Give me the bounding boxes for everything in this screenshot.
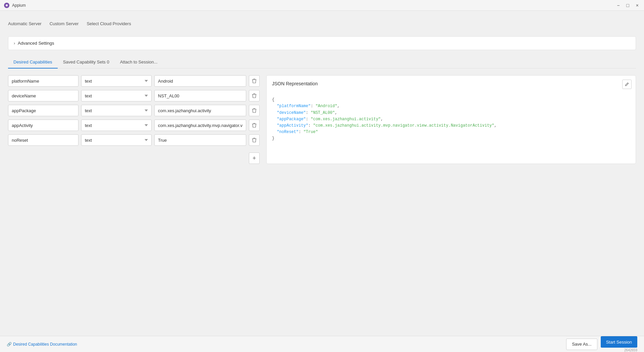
titlebar-left: Appium bbox=[4, 3, 26, 8]
app-logo bbox=[4, 3, 9, 8]
docs-link[interactable]: 🔗 Desired Capabilities Documentation bbox=[7, 342, 77, 347]
capabilities-area: text boolean number object list text bbox=[8, 75, 636, 164]
add-capability-button[interactable]: + bbox=[249, 152, 260, 164]
table-row: text boolean number object list bbox=[8, 90, 260, 101]
tab-cloud-providers[interactable]: Select Cloud Providers bbox=[87, 21, 131, 30]
delete-capability-button[interactable] bbox=[249, 120, 260, 131]
app-title: Appium bbox=[12, 3, 26, 8]
delete-icon bbox=[252, 93, 257, 98]
link-icon: 🔗 bbox=[7, 342, 12, 347]
server-tabs: Automatic Server Custom Server Select Cl… bbox=[0, 11, 644, 30]
add-row-wrapper: + bbox=[8, 149, 260, 164]
table-row: text boolean number object list bbox=[8, 120, 260, 131]
capability-value-input[interactable] bbox=[154, 134, 246, 146]
delete-icon bbox=[252, 137, 257, 143]
json-content: { "platformName": "Android", "deviceName… bbox=[272, 90, 630, 148]
minimize-button[interactable]: − bbox=[615, 2, 621, 8]
json-panel: JSON Representation { "platformName": "A… bbox=[266, 75, 636, 164]
table-row: text boolean number object list bbox=[8, 105, 260, 116]
start-session-wrapper: Start Session 2642659 bbox=[601, 336, 637, 352]
close-button[interactable]: × bbox=[635, 2, 640, 8]
titlebar: Appium − □ × bbox=[0, 0, 644, 11]
session-id: 2642659 bbox=[624, 348, 637, 352]
json-edit-button[interactable] bbox=[622, 80, 632, 89]
advanced-settings-toggle[interactable]: › Advanced Settings bbox=[8, 36, 636, 50]
tab-custom-server[interactable]: Custom Server bbox=[50, 21, 79, 30]
tab-desired-capabilities[interactable]: Desired Capabilities bbox=[8, 57, 58, 69]
docs-link-label: Desired Capabilities Documentation bbox=[13, 342, 77, 347]
capability-type-select[interactable]: text boolean number object list bbox=[81, 120, 152, 131]
window-controls: − □ × bbox=[615, 2, 640, 8]
capability-value-input[interactable] bbox=[154, 120, 246, 131]
advanced-settings-arrow-icon: › bbox=[14, 41, 15, 46]
svg-point-0 bbox=[6, 4, 8, 6]
capability-name-input[interactable] bbox=[8, 75, 78, 87]
delete-capability-button[interactable] bbox=[249, 75, 260, 87]
bottom-right-actions: Save As... Start Session 2642659 bbox=[566, 336, 637, 352]
table-row: text boolean number object list bbox=[8, 134, 260, 146]
capability-tabs: Desired Capabilities Saved Capability Se… bbox=[8, 57, 636, 69]
capability-value-input[interactable] bbox=[154, 90, 246, 101]
delete-capability-button[interactable] bbox=[249, 134, 260, 146]
capability-type-select[interactable]: text boolean number object list bbox=[81, 75, 152, 87]
delete-capability-button[interactable] bbox=[249, 90, 260, 101]
capability-name-input[interactable] bbox=[8, 134, 78, 146]
capability-type-select[interactable]: text boolean number object list bbox=[81, 90, 152, 101]
edit-icon bbox=[625, 82, 629, 86]
delete-capability-button[interactable] bbox=[249, 105, 260, 116]
tab-saved-capability-sets[interactable]: Saved Capability Sets 0 bbox=[58, 57, 115, 69]
delete-icon bbox=[252, 123, 257, 128]
bottom-bar: 🔗 Desired Capabilities Documentation Sav… bbox=[0, 336, 644, 352]
capability-name-input[interactable] bbox=[8, 120, 78, 131]
delete-icon bbox=[252, 108, 257, 113]
start-session-button[interactable]: Start Session bbox=[601, 336, 637, 348]
json-panel-title: JSON Representation bbox=[272, 81, 630, 86]
capability-value-input[interactable] bbox=[154, 105, 246, 116]
delete-icon bbox=[252, 78, 257, 84]
capability-type-select[interactable]: text boolean number object list bbox=[81, 105, 152, 116]
advanced-settings-label: Advanced Settings bbox=[18, 41, 54, 46]
capability-value-input[interactable] bbox=[154, 75, 246, 87]
capability-type-select[interactable]: text boolean number object list bbox=[81, 134, 152, 146]
save-as-button[interactable]: Save As... bbox=[566, 339, 597, 350]
main-content: › Advanced Settings Desired Capabilities… bbox=[0, 30, 644, 171]
tab-automatic-server[interactable]: Automatic Server bbox=[8, 21, 42, 30]
maximize-button[interactable]: □ bbox=[625, 2, 630, 8]
capability-name-input[interactable] bbox=[8, 105, 78, 116]
capabilities-list: text boolean number object list text bbox=[8, 75, 260, 164]
tab-attach-to-session[interactable]: Attach to Session... bbox=[115, 57, 163, 69]
table-row: text boolean number object list bbox=[8, 75, 260, 87]
capability-name-input[interactable] bbox=[8, 90, 78, 101]
